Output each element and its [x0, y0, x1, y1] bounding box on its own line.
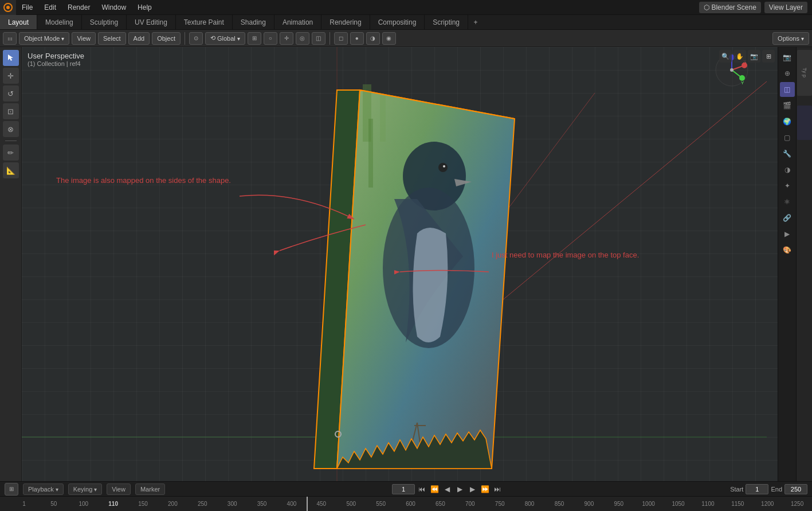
current-frame-display[interactable]: 1 [392, 484, 415, 494]
camera-btn[interactable]: 📷 [748, 50, 760, 63]
tool-sep [5, 141, 17, 141]
ruler-1100: 1100 [693, 501, 723, 507]
timeline-editor-type[interactable]: ⊞ [5, 483, 18, 496]
svg-point-27 [730, 68, 733, 72]
prop-physics[interactable]: ⚛ [780, 194, 795, 209]
tool-cursor[interactable] [3, 50, 19, 66]
snap-btn[interactable]: ⊞ [248, 32, 261, 45]
next-frame-btn[interactable]: ▶ [466, 483, 478, 495]
object-mode-dropdown[interactable]: Object Mode [19, 32, 69, 45]
prop-scene[interactable]: 🎬 [780, 98, 795, 113]
workspace-tabs: Layout Modeling Sculpting UV Editing Tex… [0, 15, 812, 30]
menu-render[interactable]: Render [62, 0, 96, 14]
solid-shading[interactable]: ● [350, 32, 364, 45]
sep1 [185, 32, 185, 45]
menu-help[interactable]: Help [132, 0, 158, 14]
menu-window[interactable]: Window [96, 0, 132, 14]
view-layer-selector[interactable]: View Layer [764, 2, 807, 13]
jump-end-btn[interactable]: ⏭ [492, 483, 503, 495]
end-frame-input[interactable]: 250 [784, 484, 807, 494]
ruler-350: 350 [247, 501, 277, 507]
transform-chevron [237, 35, 240, 42]
marker-dropdown[interactable]: Marker [135, 483, 165, 495]
marker-label: Marker [140, 486, 160, 493]
zoom-btn[interactable]: 🔍 [719, 50, 732, 63]
left-toolbar: ✛ ↺ ⊡ ⊗ ✏ 📐 [0, 47, 22, 481]
prop-shader[interactable]: ◑ [780, 162, 795, 177]
ruler-300: 300 [217, 501, 247, 507]
select-label: Select [103, 35, 121, 42]
view-label: View [77, 35, 91, 42]
scene-selector[interactable]: ⬡ Blender Scene [699, 2, 760, 13]
viewport[interactable]: User Perspective (1) Collection | ref4 X… [22, 47, 778, 481]
timeline-ruler[interactable]: 1 50 100 110 150 200 250 300 350 400 450… [0, 496, 812, 511]
tab-compositing[interactable]: Compositing [370, 15, 425, 29]
show-gizmo-btn[interactable]: ✛ [280, 32, 293, 45]
prop-render[interactable]: 📷 [780, 50, 795, 65]
svg-text:Y: Y [741, 80, 744, 85]
ruler-250: 250 [187, 501, 217, 507]
prop-modifiers[interactable]: 🔧 [780, 146, 795, 161]
tab-animation[interactable]: Animation [274, 15, 321, 29]
tool-move[interactable]: ✛ [3, 68, 19, 84]
tool-measure[interactable]: 📐 [3, 162, 19, 178]
app-logo [0, 0, 16, 15]
main-area: ✛ ↺ ⊡ ⊗ ✏ 📐 [0, 47, 812, 481]
tab-sculpting[interactable]: Sculpting [82, 15, 127, 29]
view-dropdown[interactable]: View [107, 483, 131, 495]
material-shading[interactable]: ◑ [366, 32, 380, 45]
ruler-1250: 1250 [782, 501, 812, 507]
menu-file[interactable]: File [16, 0, 38, 14]
tab-layout[interactable]: Layout [0, 15, 37, 29]
proportional-edit-btn[interactable]: ○ [264, 32, 277, 45]
ruler-100: 100 [69, 501, 99, 507]
prop-particles[interactable]: ✦ [780, 178, 795, 193]
add-menu[interactable]: Add [128, 32, 150, 45]
prev-frame-btn[interactable]: ◀ [441, 483, 453, 495]
overlay-btn[interactable]: ◎ [296, 32, 309, 45]
xray-btn[interactable]: ◫ [312, 32, 325, 45]
view-menu[interactable]: View [72, 32, 96, 45]
next-keyframe-btn[interactable]: ⏩ [479, 483, 491, 495]
select-menu[interactable]: Select [98, 32, 126, 45]
tab-modeling[interactable]: Modeling [37, 15, 82, 29]
tab-rendering[interactable]: Rendering [321, 15, 370, 29]
grid-btn[interactable]: ⊞ [762, 50, 775, 63]
tool-transform[interactable]: ⊗ [3, 121, 19, 137]
pivot-point-btn[interactable]: ⊙ [189, 32, 203, 45]
ruler-950: 950 [604, 501, 634, 507]
hand-btn[interactable]: ✋ [733, 50, 746, 63]
rendered-shading[interactable]: ◉ [382, 32, 396, 45]
jump-start-btn[interactable]: ⏮ [416, 483, 427, 495]
tab-texture-paint[interactable]: Texture Paint [176, 15, 233, 29]
svg-rect-15 [368, 119, 373, 188]
prop-world[interactable]: 🌍 [780, 114, 795, 129]
prop-constraints[interactable]: 🔗 [780, 210, 795, 225]
prop-output[interactable]: ⊕ [780, 66, 795, 81]
prev-keyframe-btn[interactable]: ⏪ [429, 483, 440, 495]
object-menu[interactable]: Object [152, 32, 181, 45]
tool-scale[interactable]: ⊡ [3, 103, 19, 119]
play-btn[interactable]: ▶ [454, 483, 465, 495]
prop-object[interactable]: ▢ [780, 130, 795, 145]
transform-orientation[interactable]: ⟲ Global [205, 32, 245, 45]
options-dropdown[interactable]: Options [772, 32, 809, 45]
wireframe-shading[interactable]: ◻ [334, 32, 348, 45]
keying-dropdown[interactable]: Keying [68, 483, 103, 495]
tool-rotate[interactable]: ↺ [3, 85, 19, 102]
ruler-700: 700 [455, 501, 485, 507]
tab-uv-editing[interactable]: UV Editing [127, 15, 176, 29]
start-frame-input[interactable]: 1 [746, 484, 768, 494]
tab-shading[interactable]: Shading [233, 15, 274, 29]
playback-dropdown[interactable]: Playback [23, 483, 64, 495]
menu-edit[interactable]: Edit [38, 0, 62, 14]
prop-view-layer[interactable]: ◫ [780, 82, 795, 97]
prop-data[interactable]: ▶ [780, 227, 795, 241]
viewport-controls-right: 🔍 ✋ 📷 ⊞ [719, 50, 775, 63]
toolbar-editor-type[interactable]: ⚏ [3, 32, 17, 45]
add-workspace-btn[interactable]: + [468, 15, 483, 29]
tab-scripting[interactable]: Scripting [425, 15, 468, 29]
tool-annotate[interactable]: ✏ [3, 145, 19, 161]
prop-material[interactable]: 🎨 [780, 243, 795, 258]
ruler-850: 850 [544, 501, 574, 507]
